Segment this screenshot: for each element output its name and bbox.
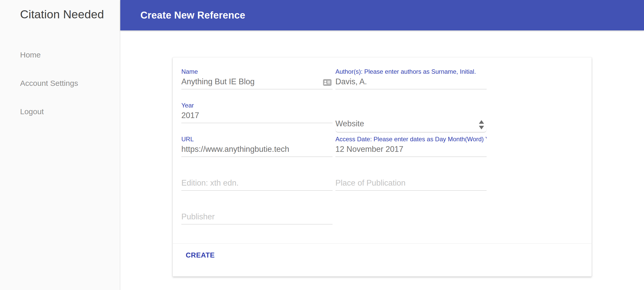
edition-field-label <box>181 169 333 177</box>
sidebar: Citation Needed Home Account Settings Lo… <box>0 0 120 290</box>
card-footer: CREATE <box>173 244 591 276</box>
reference-type-field-group: Website <box>335 102 487 135</box>
publisher-input[interactable] <box>181 211 333 225</box>
name-field-group: Name <box>181 68 333 102</box>
sidebar-item-logout[interactable]: Logout <box>20 107 44 116</box>
year-field-group: Year <box>181 102 333 135</box>
authors-input[interactable] <box>335 76 487 89</box>
year-field-label: Year <box>181 102 333 110</box>
sidebar-item-home[interactable]: Home <box>20 51 41 59</box>
name-field-label: Name <box>181 68 333 76</box>
contact-card-autofill-icon[interactable] <box>323 79 332 86</box>
url-field-label: URL <box>181 135 333 144</box>
app-header: Create New Reference <box>120 0 644 30</box>
edition-input[interactable] <box>181 177 333 191</box>
place-of-publication-field-label <box>335 169 487 177</box>
year-input[interactable] <box>181 110 333 123</box>
reference-type-field-label <box>335 102 487 110</box>
authors-field-label: Author(s): Please enter authors as Surna… <box>335 68 487 76</box>
app-title: Citation Needed <box>20 8 104 21</box>
url-input[interactable] <box>181 144 333 157</box>
access-date-field-label: Access Date: Please enter dates as Day M… <box>335 135 487 144</box>
access-date-input[interactable] <box>335 144 487 157</box>
url-field-group: URL <box>181 135 333 169</box>
place-of-publication-input[interactable] <box>335 177 487 191</box>
reference-type-selected-value: Website <box>335 118 487 129</box>
authors-field-group: Author(s): Please enter authors as Surna… <box>335 68 487 102</box>
select-up-down-arrows-icon <box>479 120 484 129</box>
empty-grid-cell <box>335 203 487 237</box>
sidebar-item-account-settings[interactable]: Account Settings <box>20 79 78 88</box>
page-title: Create New Reference <box>140 10 245 21</box>
reference-form: Name Author(s): Please enter authors as … <box>181 68 487 237</box>
publisher-field-group <box>181 203 333 237</box>
select-underline <box>335 129 487 132</box>
access-date-field-group: Access Date: Please enter dates as Day M… <box>335 135 487 169</box>
app-window: Citation Needed Home Account Settings Lo… <box>0 0 644 290</box>
publisher-field-label <box>181 203 333 211</box>
create-button[interactable]: CREATE <box>182 248 219 262</box>
edition-field-group <box>181 169 333 203</box>
place-of-publication-field-group <box>335 169 487 203</box>
reference-type-select[interactable]: Website <box>335 118 487 132</box>
reference-form-card: Name Author(s): Please enter authors as … <box>173 57 592 277</box>
name-input[interactable] <box>181 76 333 89</box>
